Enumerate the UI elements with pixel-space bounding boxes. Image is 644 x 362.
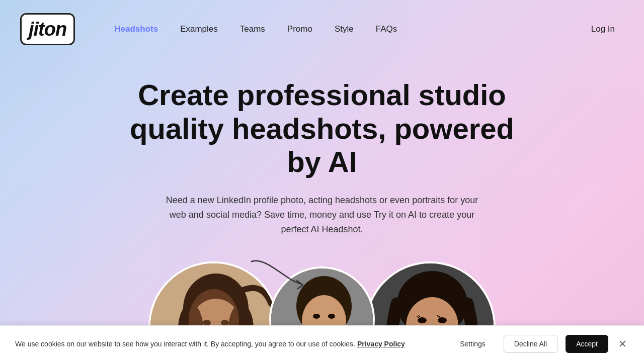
cookie-message-text: We use cookies on our website to see how…	[15, 340, 357, 348]
cookie-settings-button[interactable]: Settings	[450, 335, 496, 352]
nav-links: Headshots Examples Teams Promo Style FAQ…	[105, 24, 624, 34]
nav-link-style[interactable]: Style	[326, 21, 363, 37]
svg-point-18	[418, 317, 427, 323]
nav-link-promo[interactable]: Promo	[278, 21, 321, 37]
nav-item-examples[interactable]: Examples	[171, 24, 227, 34]
nav-item-login[interactable]: Log In	[582, 24, 624, 34]
nav-link-login[interactable]: Log In	[582, 21, 624, 37]
cookie-decline-button[interactable]: Decline All	[504, 335, 557, 353]
nav-item-style[interactable]: Style	[326, 24, 363, 34]
arrow-container	[247, 256, 307, 294]
nav-item-faqs[interactable]: FAQs	[367, 24, 407, 34]
cookie-close-button[interactable]: ✕	[616, 337, 629, 351]
cookie-message: We use cookies on our website to see how…	[15, 340, 442, 348]
cookie-accept-button[interactable]: Accept	[566, 335, 608, 353]
nav-link-teams[interactable]: Teams	[231, 21, 274, 37]
nav-link-faqs[interactable]: FAQs	[367, 21, 407, 37]
svg-point-13	[313, 314, 320, 319]
nav-link-headshots[interactable]: Headshots	[105, 21, 167, 37]
logo-text: jiton	[20, 13, 75, 45]
svg-point-14	[328, 314, 335, 319]
nav-item-teams[interactable]: Teams	[231, 24, 274, 34]
svg-point-19	[438, 317, 447, 323]
navbar: jiton Headshots Examples Teams Promo Sty…	[0, 0, 644, 58]
hero-title: Create professional studio quality heads…	[121, 78, 523, 179]
cookie-banner: We use cookies on our website to see how…	[0, 325, 644, 362]
hero-subtitle: Need a new LinkedIn profile photo, actin…	[161, 193, 483, 236]
privacy-policy-link[interactable]: Privacy Policy	[357, 340, 405, 348]
nav-item-headshots[interactable]: Headshots	[105, 24, 167, 34]
nav-link-examples[interactable]: Examples	[171, 21, 227, 37]
logo[interactable]: jiton	[20, 19, 75, 40]
nav-item-promo[interactable]: Promo	[278, 24, 321, 34]
curved-arrow-icon	[247, 256, 307, 292]
close-icon: ✕	[618, 338, 627, 349]
hero-section: Create professional studio quality heads…	[0, 58, 644, 362]
